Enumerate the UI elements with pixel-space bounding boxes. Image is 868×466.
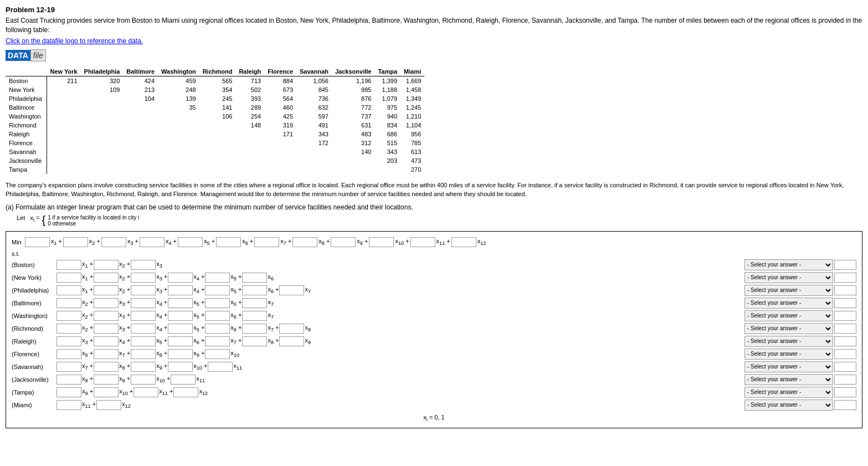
boston-rhs[interactable] xyxy=(834,260,856,270)
boston-x1-input[interactable] xyxy=(57,260,81,270)
sav-x11-input[interactable] xyxy=(208,362,233,372)
min-x2-coeff[interactable] xyxy=(63,237,88,247)
washington-select[interactable]: - Select your answer - ≥≤= xyxy=(744,310,833,321)
ny-x1-input[interactable] xyxy=(57,273,81,283)
wash-x7-input[interactable] xyxy=(242,311,267,321)
jax-x9-input[interactable] xyxy=(94,375,119,385)
balt-x2-input[interactable] xyxy=(57,298,81,308)
newyork-select[interactable]: - Select your answer - ≥≤= xyxy=(744,272,833,283)
min-x7-coeff[interactable] xyxy=(254,237,279,247)
min-x6-coeff[interactable] xyxy=(216,237,241,247)
florence-rhs[interactable] xyxy=(834,349,856,359)
miami-x11-input[interactable] xyxy=(57,400,81,410)
ral-x8-input[interactable] xyxy=(242,336,267,346)
balt-x5-input[interactable] xyxy=(168,298,193,308)
sav-x10-input[interactable] xyxy=(168,362,193,372)
ny-x3-input[interactable] xyxy=(131,273,156,283)
sav-x8-input[interactable] xyxy=(94,362,119,372)
flor-x7-input[interactable] xyxy=(94,349,119,359)
flor-x10-input[interactable] xyxy=(205,349,230,359)
philly-x2-input[interactable] xyxy=(94,285,119,295)
tamp-x9-input[interactable] xyxy=(57,387,81,397)
philly-x3-input[interactable] xyxy=(131,285,156,295)
flor-x6-input[interactable] xyxy=(57,349,81,359)
rich-x4-input[interactable] xyxy=(131,324,156,334)
sav-x7-input[interactable] xyxy=(57,362,81,372)
tamp-x10-input[interactable] xyxy=(94,387,119,397)
min-x11-coeff[interactable] xyxy=(410,237,435,247)
ral-x6-input[interactable] xyxy=(168,336,193,346)
balt-x7-input[interactable] xyxy=(242,298,267,308)
min-x12-coeff[interactable] xyxy=(451,237,476,247)
tamp-x11-input[interactable] xyxy=(133,387,158,397)
wash-x4-input[interactable] xyxy=(131,311,156,321)
washington-rhs[interactable] xyxy=(834,311,856,321)
ral-x3-input[interactable] xyxy=(57,336,81,346)
ny-x4-input[interactable] xyxy=(168,273,193,283)
ny-x2-input[interactable] xyxy=(94,273,119,283)
sav-x9-input[interactable] xyxy=(131,362,156,372)
ral-x7-input[interactable] xyxy=(205,336,230,346)
rich-x2-input[interactable] xyxy=(57,324,81,334)
ral-x9-input[interactable] xyxy=(279,336,304,346)
ral-x4-input[interactable] xyxy=(94,336,119,346)
miami-x12-input[interactable] xyxy=(96,400,121,410)
richmond-rhs[interactable] xyxy=(834,324,856,334)
data-file-logo[interactable]: DATA file xyxy=(6,49,46,62)
rich-x6-input[interactable] xyxy=(205,324,230,334)
florence-select[interactable]: - Select your answer - ≥≤= xyxy=(744,349,833,360)
tamp-x12-input[interactable] xyxy=(173,387,198,397)
balt-x3-input[interactable] xyxy=(94,298,119,308)
philly-x7-input[interactable] xyxy=(279,285,304,295)
balt-x4-input[interactable] xyxy=(131,298,156,308)
rich-x3-input[interactable] xyxy=(94,324,119,334)
miami-rhs[interactable] xyxy=(834,400,856,410)
savannah-select[interactable]: - Select your answer - ≥≤= xyxy=(744,361,833,372)
wash-x6-input[interactable] xyxy=(205,311,230,321)
raleigh-rhs[interactable] xyxy=(834,336,856,346)
baltimore-rhs[interactable] xyxy=(834,298,856,308)
boston-x3-input[interactable] xyxy=(131,260,156,270)
raleigh-select[interactable]: - Select your answer - ≥≤= xyxy=(744,336,833,347)
min-x8-coeff[interactable] xyxy=(292,237,317,247)
philly-x4-input[interactable] xyxy=(168,285,193,295)
rich-x7-input[interactable] xyxy=(242,324,267,334)
miami-select[interactable]: - Select your answer - ≥≤= xyxy=(744,400,833,411)
rich-x8-input[interactable] xyxy=(279,324,304,334)
jax-x10-input[interactable] xyxy=(131,375,156,385)
wash-x3-input[interactable] xyxy=(94,311,119,321)
jacksonville-select[interactable]: - Select your answer - ≥≤= xyxy=(744,374,833,385)
flor-x8-input[interactable] xyxy=(131,349,156,359)
baltimore-select[interactable]: - Select your answer - ≥≤= xyxy=(744,298,833,309)
min-x3-coeff[interactable] xyxy=(101,237,126,247)
richmond-select[interactable]: - Select your answer - ≥≤= xyxy=(744,323,833,334)
tampa-rhs[interactable] xyxy=(834,387,856,397)
data-link[interactable]: Click on the datafile logo to reference … xyxy=(6,37,862,45)
min-x10-coeff[interactable] xyxy=(369,237,394,247)
min-x9-coeff[interactable] xyxy=(331,237,356,247)
philly-select[interactable]: - Select your answer - ≥≤= xyxy=(744,285,833,296)
min-x1-coeff[interactable] xyxy=(25,237,50,247)
savannah-rhs[interactable] xyxy=(834,362,856,372)
ny-x6-input[interactable] xyxy=(242,273,267,283)
balt-x6-input[interactable] xyxy=(205,298,230,308)
jacksonville-rhs[interactable] xyxy=(834,375,856,385)
philly-rhs[interactable] xyxy=(834,285,856,295)
ral-x5-input[interactable] xyxy=(131,336,156,346)
philly-x6-input[interactable] xyxy=(242,285,267,295)
min-x4-coeff[interactable] xyxy=(140,237,165,247)
philly-x5-input[interactable] xyxy=(205,285,230,295)
boston-select[interactable]: - Select your answer - ≥≤= xyxy=(744,259,833,270)
wash-x5-input[interactable] xyxy=(168,311,193,321)
boston-x2-input[interactable] xyxy=(94,260,119,270)
philly-x1-input[interactable] xyxy=(57,285,81,295)
jax-x8-input[interactable] xyxy=(57,375,81,385)
jax-x11-input[interactable] xyxy=(171,375,196,385)
wash-x2-input[interactable] xyxy=(57,311,81,321)
tampa-select[interactable]: - Select your answer - ≥≤= xyxy=(744,387,833,398)
min-x5-coeff[interactable] xyxy=(178,237,203,247)
flor-x9-input[interactable] xyxy=(168,349,193,359)
ny-x5-input[interactable] xyxy=(205,273,230,283)
rich-x5-input[interactable] xyxy=(168,324,193,334)
newyork-rhs[interactable] xyxy=(834,273,856,283)
